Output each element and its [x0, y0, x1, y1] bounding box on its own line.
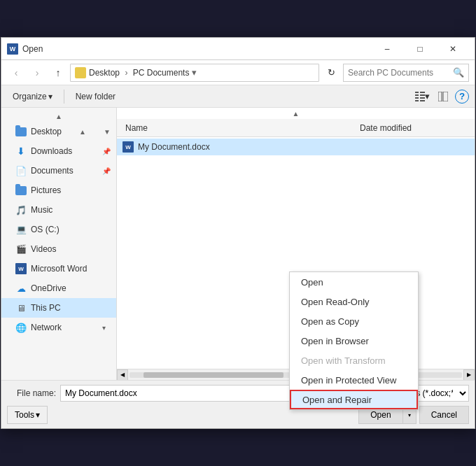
- sidebar-item-onedrive[interactable]: ☁ OneDrive: [1, 278, 116, 298]
- help-button[interactable]: ?: [455, 90, 469, 104]
- svg-rect-7: [420, 100, 425, 101]
- tools-button[interactable]: Tools ▾: [7, 406, 48, 424]
- sidebar: ▲ Desktop ▲ ▼ ⬇ Downloads 📌 📄: [1, 108, 117, 380]
- svg-rect-2: [415, 94, 419, 96]
- navigation-bar: ‹ › ↑ Desktop › PC Documents ▾ ↻ 🔍: [1, 60, 475, 85]
- maximize-button[interactable]: □: [404, 38, 436, 60]
- window-controls: – □ ✕: [371, 38, 469, 60]
- sidebar-item-desktop[interactable]: Desktop ▲ ▼: [1, 122, 116, 141]
- new-folder-button[interactable]: New folder: [70, 88, 121, 105]
- sidebar-item-downloads[interactable]: ⬇ Downloads 📌: [1, 141, 116, 161]
- scroll-thumb[interactable]: [144, 372, 284, 378]
- toolbar-separator: [64, 90, 64, 104]
- open-dropdown-menu: Open Open Read-Only Open as Copy Open in…: [289, 271, 419, 410]
- breadcrumb-text: Desktop › PC Documents: [89, 68, 189, 78]
- sidebar-item-videos[interactable]: 🎬 Videos: [1, 239, 116, 259]
- column-header-name[interactable]: Name: [122, 123, 357, 133]
- view-mode-button[interactable]: ▾: [413, 88, 431, 105]
- menu-item-open-in-protected-view[interactable]: Open in Protected View: [290, 370, 418, 390]
- sidebar-item-os[interactable]: 💻 OS (C:): [1, 220, 116, 239]
- svg-rect-3: [420, 94, 425, 96]
- svg-rect-9: [443, 92, 448, 101]
- file-scroll-up[interactable]: ▲: [117, 108, 475, 119]
- pin-up-icon: ▲: [79, 128, 86, 136]
- sidebar-item-music[interactable]: 🎵 Music: [1, 200, 116, 220]
- pictures-icon: [15, 185, 27, 196]
- search-bar: 🔍: [343, 64, 469, 82]
- word-nav-icon: W: [15, 263, 27, 274]
- svg-rect-1: [420, 92, 425, 93]
- sidebar-item-pictures[interactable]: Pictures: [1, 181, 116, 200]
- menu-item-open[interactable]: Open: [290, 272, 418, 292]
- scroll-left-button[interactable]: ◀: [117, 369, 128, 381]
- breadcrumb-dropdown-icon: ▾: [192, 67, 197, 78]
- refresh-button[interactable]: ↻: [322, 64, 340, 82]
- forward-button[interactable]: ›: [28, 64, 46, 82]
- search-input[interactable]: [348, 68, 453, 78]
- pane-icon: [438, 92, 448, 101]
- organize-button[interactable]: Organize ▾: [7, 88, 58, 105]
- file-item-my-document[interactable]: W My Document.docx: [117, 139, 475, 155]
- menu-item-open-and-repair[interactable]: Open and Repair: [290, 390, 418, 409]
- svg-rect-8: [438, 92, 442, 101]
- toolbar: Organize ▾ New folder ▾: [1, 85, 475, 108]
- network-expand-icon[interactable]: ▾: [102, 324, 111, 332]
- sidebar-item-this-pc[interactable]: 🖥 This PC: [1, 298, 116, 318]
- svg-rect-4: [415, 97, 419, 99]
- pin-icon-documents: 📌: [102, 167, 111, 175]
- dialog-title: Open: [22, 44, 371, 54]
- menu-item-open-in-browser[interactable]: Open in Browser: [290, 331, 418, 351]
- list-view-icon: [415, 92, 425, 101]
- up-button[interactable]: ↑: [49, 64, 67, 82]
- menu-item-open-read-only[interactable]: Open Read-Only: [290, 292, 418, 311]
- breadcrumb-separator: ›: [125, 68, 127, 78]
- desktop-icon: [15, 126, 27, 137]
- layout-button[interactable]: [434, 88, 452, 105]
- this-pc-icon: 🖥: [15, 302, 27, 313]
- sidebar-item-documents[interactable]: 📄 Documents 📌: [1, 161, 116, 181]
- breadcrumb[interactable]: Desktop › PC Documents ▾: [70, 64, 319, 82]
- close-button[interactable]: ✕: [437, 38, 469, 60]
- column-header-date[interactable]: Date modified: [357, 123, 469, 133]
- videos-icon: 🎬: [15, 243, 27, 255]
- onedrive-icon: ☁: [15, 283, 27, 294]
- word-title-icon: W: [7, 43, 18, 55]
- sidebar-item-network[interactable]: 🌐 Network ▾: [1, 318, 116, 337]
- sidebar-item-microsoft-word[interactable]: W Microsoft Word: [1, 259, 116, 278]
- titlebar: W Open – □ ✕: [1, 38, 475, 60]
- os-icon: 💻: [15, 224, 27, 235]
- pin-icon-downloads: 📌: [102, 148, 111, 155]
- file-icon-word: W: [122, 141, 134, 153]
- documents-icon: 📄: [15, 165, 27, 176]
- pin-down-icon: ▼: [104, 128, 111, 136]
- music-icon: 🎵: [15, 204, 27, 216]
- search-icon[interactable]: 🔍: [453, 67, 464, 78]
- svg-rect-0: [415, 92, 419, 93]
- downloads-icon: ⬇: [15, 146, 27, 157]
- open-dialog: W Open – □ ✕ ‹ › ↑ Desktop › PC Document…: [1, 37, 475, 429]
- scroll-right-button[interactable]: ▶: [463, 369, 475, 381]
- cancel-button[interactable]: Cancel: [419, 406, 469, 424]
- back-button[interactable]: ‹: [7, 64, 25, 82]
- svg-rect-6: [415, 100, 419, 101]
- menu-item-open-as-copy[interactable]: Open as Copy: [290, 311, 418, 331]
- minimize-button[interactable]: –: [371, 38, 403, 60]
- filename-label: File name:: [7, 388, 56, 398]
- toolbar-right: ▾ ?: [413, 88, 469, 105]
- network-icon: 🌐: [15, 322, 27, 333]
- breadcrumb-folder-icon: [75, 67, 86, 78]
- sidebar-scroll-up[interactable]: ▲: [1, 111, 116, 122]
- menu-item-open-with-transform: Open with Transform: [290, 351, 418, 370]
- svg-rect-5: [420, 97, 425, 99]
- file-list-header: Name Date modified: [117, 119, 475, 137]
